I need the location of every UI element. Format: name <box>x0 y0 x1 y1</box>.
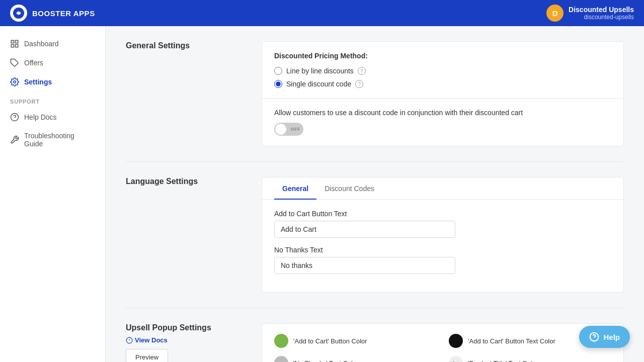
language-settings-label: Language Settings <box>126 177 247 293</box>
line-by-line-help-icon[interactable]: ? <box>358 67 366 75</box>
add-to-cart-label: Add to Cart Button Text <box>274 210 611 218</box>
radio-line-by-line-label: Line by line discounts <box>286 67 354 75</box>
avatar: D <box>546 5 564 22</box>
user-info: Discounted Upsells discounted-upsells <box>569 6 634 21</box>
no-thanks-form-group: No Thanks Text <box>274 246 611 274</box>
toggle-label: OFF <box>291 127 301 132</box>
support-section-label: SUPPORT <box>0 92 105 108</box>
language-settings-card: General Discount Codes Add to Cart Butto… <box>262 177 624 293</box>
sidebar-item-offers[interactable]: Offers <box>0 53 105 72</box>
pricing-method-block: Discounted Pricing Method: Line by line … <box>262 42 623 98</box>
product-title-text-color-swatch[interactable]: ✂ <box>449 356 463 362</box>
help-label: Help <box>603 333 620 341</box>
help-fab-icon <box>589 332 599 342</box>
toggle-description: Allow customers to use a discount code i… <box>274 109 611 117</box>
view-docs-label: View Docs <box>135 336 168 344</box>
no-thanks-text-color-label: 'No Thanks' Text Color <box>293 359 359 363</box>
gear-icon <box>10 77 19 86</box>
radio-line-by-line[interactable]: Line by line discounts ? <box>274 67 611 75</box>
info-circle-icon <box>126 337 133 344</box>
radio-line-by-line-input[interactable] <box>274 67 282 75</box>
radio-single-discount-label: Single discount code <box>286 80 351 88</box>
pricing-method-title: Discounted Pricing Method: <box>274 52 611 60</box>
radio-single-discount[interactable]: Single discount code ? <box>274 80 611 88</box>
user-handle: discounted-upsells <box>569 14 634 21</box>
add-to-cart-input[interactable] <box>274 221 455 238</box>
sidebar-label-dashboard: Dashboard <box>24 40 59 48</box>
preview-button[interactable]: Preview <box>126 349 168 362</box>
tag-icon <box>10 58 19 67</box>
language-fields-block: Add to Cart Button Text No Thanks Text <box>262 200 623 292</box>
sidebar: Dashboard Offers Settings SUPPORT Help D… <box>0 26 106 362</box>
brand-name: BOOSTER APPS <box>32 9 95 18</box>
add-to-cart-btn-color-item: 'Add to Cart' Button Color <box>274 334 437 348</box>
toggle-block: Allow customers to use a discount code i… <box>262 98 623 146</box>
upsell-popup-card: 'Add to Cart' Button Color 'Add to Cart'… <box>262 323 624 362</box>
add-to-cart-btn-color-swatch[interactable] <box>274 334 288 348</box>
discount-code-toggle[interactable]: OFF <box>274 123 303 136</box>
add-to-cart-form-group: Add to Cart Button Text <box>274 210 611 238</box>
svg-rect-1 <box>11 40 14 43</box>
pricing-method-radio-group: Line by line discounts ? Single discount… <box>274 67 611 88</box>
add-to-cart-text-color-label: 'Add to Cart' Button Text Color <box>468 337 555 345</box>
general-settings-label: General Settings <box>126 41 247 146</box>
wrench-icon <box>10 135 19 144</box>
svg-point-6 <box>14 81 16 83</box>
general-settings-section: General Settings Discounted Pricing Meth… <box>126 41 624 162</box>
no-thanks-text-color-item: 'No Thanks' Text Color <box>274 356 437 362</box>
add-to-cart-btn-color-label: 'Add to Cart' Button Color <box>293 337 367 345</box>
logo <box>10 5 27 22</box>
add-to-cart-text-color-swatch[interactable] <box>449 334 463 348</box>
sidebar-label-help-docs: Help Docs <box>24 113 57 121</box>
view-docs-link[interactable]: View Docs <box>126 336 247 344</box>
general-settings-card: Discounted Pricing Method: Line by line … <box>262 41 624 146</box>
product-title-text-color-label: 'Product Title' Text Color <box>468 359 538 363</box>
help-button[interactable]: Help <box>579 326 630 348</box>
grid-icon <box>10 39 19 48</box>
sidebar-item-settings[interactable]: Settings <box>0 72 105 92</box>
no-thanks-input[interactable] <box>274 257 455 274</box>
top-nav: BOOSTER APPS D Discounted Upsells discou… <box>0 0 644 26</box>
sidebar-label-settings: Settings <box>24 78 52 86</box>
no-thanks-text-color-swatch[interactable] <box>274 356 288 362</box>
sidebar-item-troubleshooting[interactable]: Troubleshooting Guide <box>0 127 105 153</box>
tab-discount-codes[interactable]: Discount Codes <box>316 177 382 200</box>
color-options-grid: 'Add to Cart' Button Color 'Add to Cart'… <box>262 324 623 362</box>
user-name: Discounted Upsells <box>569 6 634 14</box>
language-settings-section: Language Settings General Discount Codes… <box>126 162 624 308</box>
svg-rect-2 <box>16 40 18 43</box>
help-circle-icon <box>10 113 19 122</box>
radio-single-discount-input[interactable] <box>274 80 282 88</box>
nav-brand: BOOSTER APPS <box>10 5 95 22</box>
sidebar-item-dashboard[interactable]: Dashboard <box>0 34 105 53</box>
toggle-knob <box>275 124 286 135</box>
tab-general[interactable]: General <box>274 177 316 200</box>
svg-rect-3 <box>11 45 14 47</box>
no-thanks-label: No Thanks Text <box>274 246 611 254</box>
layout: Dashboard Offers Settings SUPPORT Help D… <box>0 26 644 362</box>
upsell-popup-section: Upsell Popup Settings View Docs Preview … <box>126 308 624 362</box>
svg-rect-4 <box>16 45 18 47</box>
sidebar-label-troubleshooting: Troubleshooting Guide <box>24 132 95 148</box>
sidebar-label-offers: Offers <box>24 59 43 67</box>
single-discount-help-icon[interactable]: ? <box>355 80 363 88</box>
upsell-popup-label: Upsell Popup Settings View Docs Preview <box>126 323 247 362</box>
sidebar-item-help-docs[interactable]: Help Docs <box>0 108 105 127</box>
product-title-text-color-item: ✂ 'Product Title' Text Color <box>449 356 611 362</box>
user-section: D Discounted Upsells discounted-upsells <box>546 5 634 22</box>
main-content: General Settings Discounted Pricing Meth… <box>106 26 644 362</box>
preview-label: Preview <box>135 353 158 361</box>
language-tabs: General Discount Codes <box>262 177 623 200</box>
